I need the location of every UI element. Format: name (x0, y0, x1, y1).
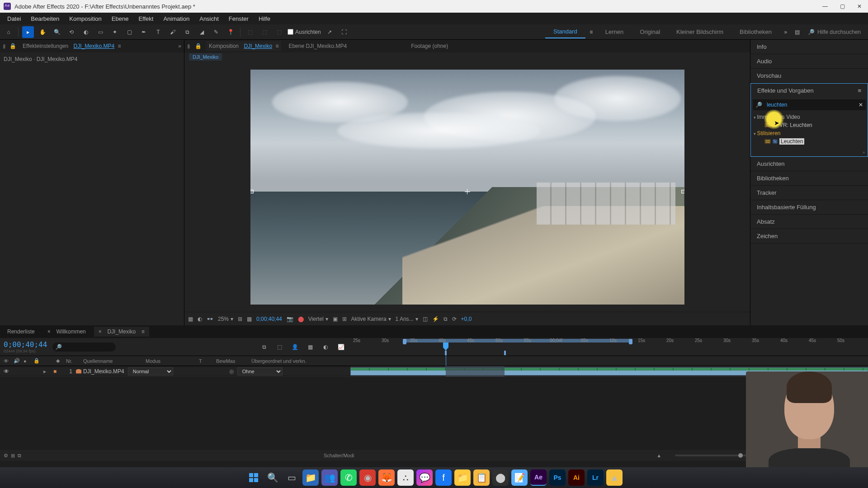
toggle-icon[interactable]: 👓 (207, 316, 213, 322)
effects-search[interactable]: 🔎 ✕ (753, 99, 866, 110)
pen-tool[interactable]: ✒ (138, 26, 150, 38)
taskbar-lightroom-icon[interactable]: Lr (587, 469, 604, 486)
exposure-reset-icon[interactable]: ⟳ (452, 316, 457, 322)
snapshot-icon[interactable]: 📷 (287, 316, 293, 322)
taskbar-firefox-icon[interactable]: 🦊 (378, 469, 395, 486)
solo-column-icon[interactable]: ● (24, 358, 30, 364)
workspace-overflow-icon[interactable]: » (780, 26, 792, 38)
menu-effekt[interactable]: Effekt (134, 14, 158, 24)
panel-info[interactable]: Info (750, 40, 868, 54)
workspace-kleiner[interactable]: Kleiner Bildschirm (668, 26, 731, 38)
grid-overlay-icon[interactable]: ⊞ (342, 316, 347, 322)
tree-category-immersive[interactable]: Immersives Video (754, 113, 866, 121)
layer-label-icon[interactable]: ■ (53, 368, 60, 375)
taskbar-start-icon[interactable] (245, 469, 262, 486)
viewer-tab-footage[interactable]: Footage (ohne) (408, 41, 451, 51)
preview-area[interactable] (184, 62, 750, 312)
panel-overflow-icon[interactable]: » (178, 43, 181, 49)
lock-column-icon[interactable]: 🔒 (33, 358, 40, 364)
panel-ausrichten[interactable]: Ausrichten (750, 157, 868, 171)
zoom-out-icon[interactable]: ▲ (656, 453, 661, 458)
workspace-bibliotheken[interactable]: Bibliotheken (731, 26, 780, 38)
graph-editor-icon[interactable]: 📈 (335, 341, 347, 353)
menu-bearbeiten[interactable]: Bearbeiten (26, 14, 64, 24)
effect-controls-tab[interactable]: Effekteinstellungen DJI_Mexiko.MP4 ≡ (20, 41, 124, 51)
roi-icon[interactable]: ▣ (333, 316, 338, 322)
orbit-tool[interactable]: ⟲ (66, 26, 77, 38)
brush-tool[interactable]: 🖌 (167, 26, 179, 38)
transform-handle[interactable] (250, 190, 254, 193)
taskbar-app4-icon[interactable]: ▲ (606, 469, 623, 486)
comp-flowchart-icon[interactable]: ⧉ (258, 341, 270, 353)
bounding-box-icon[interactable]: ⛶ (338, 26, 350, 38)
panel-audio[interactable]: Audio (750, 54, 868, 69)
panel-grip-icon[interactable]: ▮ (187, 43, 190, 49)
taskbar-explorer-icon[interactable]: 📁 (302, 469, 319, 486)
taskbar-taskview-icon[interactable]: ▭ (283, 469, 300, 486)
zoom-tool[interactable]: 🔍 (51, 26, 63, 38)
preview-frame[interactable] (250, 70, 684, 305)
anchor-tool[interactable]: ✦ (109, 26, 121, 38)
lock-icon[interactable]: 🔒 (9, 43, 16, 49)
layer-expand-icon[interactable]: ▸ (43, 368, 50, 375)
home-button[interactable]: ⌂ (3, 26, 14, 38)
toggle-switches-icon[interactable]: ⚙ (4, 453, 8, 459)
toggle-in-out-icon[interactable]: ⧉ (18, 453, 21, 459)
view-axis-icon[interactable]: ⬚ (273, 26, 285, 38)
panel-vorschau[interactable]: Vorschau (750, 69, 868, 83)
rotate-tool[interactable]: ◐ (80, 26, 92, 38)
menu-ebene[interactable]: Ebene (107, 14, 133, 24)
panel-tracker[interactable]: Tracker (750, 186, 868, 200)
panel-inhaltsbasierte[interactable]: Inhaltsbasierte Füllung (750, 200, 868, 215)
menu-datei[interactable]: Datei (3, 14, 25, 24)
camera-select[interactable]: Aktive Kamera ▾ (351, 316, 391, 322)
taskbar-facebook-icon[interactable]: f (435, 469, 452, 486)
time-ruler[interactable]: 25s 30s 35s 40s 45s 50s 55s 00;04f 05s 1… (350, 338, 868, 351)
maximize-button[interactable]: ▢ (839, 3, 845, 9)
tree-category-stilisieren[interactable]: Stilisieren (754, 129, 866, 137)
clear-search-icon[interactable]: ✕ (856, 102, 866, 108)
timeline-search[interactable]: 🔎 (52, 343, 116, 352)
grid-icon[interactable]: ▦ (188, 316, 193, 322)
layer-row[interactable]: 👁 ▸ ■ 1 DJI_Mexiko.MP4 Normal ◎ Ohne (0, 366, 868, 377)
playhead[interactable] (443, 343, 448, 351)
new-bin-icon[interactable]: ▫ (863, 149, 865, 155)
taskbar-notepad-icon[interactable]: 📝 (511, 469, 528, 486)
transform-handle[interactable] (681, 190, 684, 193)
transparency-icon[interactable]: ▩ (247, 316, 252, 322)
frame-blend-icon[interactable]: ▦ (304, 341, 316, 353)
timeline-tab-renderliste[interactable]: Renderliste (3, 327, 39, 337)
taskbar-teams-icon[interactable]: 👥 (321, 469, 338, 486)
viewer-tab-layer[interactable]: Ebene DJI_Mexiko.MP4 (286, 41, 349, 51)
eraser-tool[interactable]: ◢ (196, 26, 208, 38)
lock-icon[interactable]: 🔒 (195, 43, 202, 49)
selection-tool[interactable]: ▸ (22, 26, 34, 38)
channel-icon[interactable]: ⬤ (298, 316, 304, 322)
work-area-start[interactable] (403, 339, 406, 344)
views-select[interactable]: 1 Ans... ▾ (396, 316, 418, 322)
menu-komposition[interactable]: Komposition (65, 14, 106, 24)
resolution-icon[interactable]: ⊞ (238, 316, 242, 322)
camera-tool[interactable]: ▭ (94, 26, 106, 38)
tree-item-vr-leuchten[interactable]: 32fxVR: Leuchten (754, 121, 866, 129)
puppet-tool[interactable]: 📍 (225, 26, 236, 38)
work-area-end[interactable] (629, 339, 632, 344)
pixel-aspect-icon[interactable]: ◫ (423, 316, 428, 322)
workspace-standard[interactable]: Standard (545, 25, 585, 38)
close-button[interactable]: ✕ (856, 3, 863, 9)
motion-blur-icon[interactable]: ◐ (320, 341, 331, 353)
minimize-button[interactable]: — (822, 3, 828, 9)
snap-toggle[interactable]: Ausrichten (288, 29, 321, 35)
timeline-tab-willkommen[interactable]: × Willkommen (43, 327, 90, 337)
anchor-point-icon[interactable] (465, 189, 470, 194)
draft3d-icon[interactable]: ⬚ (274, 341, 285, 353)
panel-bibliotheken[interactable]: Bibliotheken (750, 171, 868, 186)
mask-icon[interactable]: ◐ (198, 316, 202, 322)
label-column-icon[interactable]: ◆ (56, 358, 62, 364)
workspace-menu-icon[interactable]: ≡ (585, 26, 597, 38)
menu-fenster[interactable]: Fenster (224, 14, 253, 24)
taskbar-aftereffects-icon[interactable]: Ae (530, 469, 547, 486)
resolution-select[interactable]: Viertel ▾ (308, 316, 328, 322)
shy-icon[interactable]: 👤 (289, 341, 301, 353)
world-axis-icon[interactable]: ⬚ (259, 26, 270, 38)
